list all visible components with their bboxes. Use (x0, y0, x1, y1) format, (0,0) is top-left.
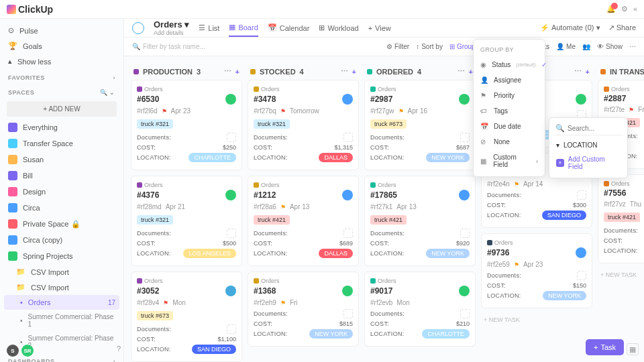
col-more-icon[interactable]: ⋯ (341, 67, 348, 76)
task-card[interactable]: Orders #9736 #rf2e59⚑Apr 23 Documents: C… (481, 233, 592, 308)
doc-icon[interactable] (460, 309, 470, 318)
doc-icon[interactable] (343, 309, 353, 318)
settings-icon[interactable]: ⚙ (621, 5, 628, 13)
plus-icon: + (556, 159, 564, 167)
task-card[interactable]: Orders #1368 #rf2eh9⚑Fri Documents: COST… (248, 272, 359, 347)
assignee-icon[interactable]: 👥 (582, 43, 590, 50)
sidebar-child[interactable]: •Summer Commercial: Phase 1 (0, 310, 123, 331)
search-icon: 🔍 (555, 124, 565, 133)
sidebar-space[interactable]: Transfer Space (0, 135, 123, 152)
groupby-option[interactable]: ⚑Priority (474, 88, 545, 103)
tab-workload[interactable]: ⊞ Workload (319, 19, 358, 37)
me-button[interactable]: 👤 Me (556, 43, 576, 50)
task-card[interactable]: Orders #3052 #rf28v4⚑Mon truck #673 Docu… (131, 272, 242, 362)
task-card[interactable]: Orders #9017 #rf2evbMon Documents: COST:… (364, 272, 476, 347)
sort-button[interactable]: ↕ Sort by (416, 43, 443, 50)
groupby-popup: GROUP BY ◉Status(default)✓👤Assignee⚑Prio… (473, 39, 545, 177)
col-more-icon[interactable]: ⋯ (574, 67, 582, 76)
col-add-icon[interactable]: + (586, 68, 590, 76)
tab-board[interactable]: ▦ Board (229, 19, 258, 37)
dropdown-icon: ▾ (556, 141, 559, 149)
doc-icon[interactable] (460, 133, 470, 142)
chevron-icon[interactable]: › (113, 358, 116, 362)
filter-button[interactable]: ⚙ Filter (386, 43, 409, 50)
help-icon[interactable]: ? (117, 345, 121, 357)
board-column: ORDERED4⋯+ Orders #2987 #rf27gw⚑Apr 16 t… (364, 63, 476, 355)
sidebar: ⊙Pulse 🏆Goals ▴Show less FAVORITES› SPAC… (0, 19, 124, 362)
more-icon[interactable]: ⋯ (629, 43, 636, 50)
doc-icon[interactable] (227, 229, 236, 238)
doc-icon[interactable] (343, 229, 353, 238)
board-column: PRODUCTION3⋯+ Orders #6530 #rf2l6d⚑Apr 2… (131, 63, 242, 355)
chevron-icon[interactable]: › (113, 74, 116, 81)
sidebar-spring[interactable]: Spring Projects (0, 248, 123, 264)
tab-calendar[interactable]: 📅 Calendar (268, 19, 310, 37)
notifications-icon[interactable]: 🔔 (606, 5, 616, 13)
groupby-option[interactable]: 👤Assignee (474, 72, 545, 88)
new-task-link[interactable]: + NEW TASK (598, 269, 644, 281)
show-button[interactable]: 👁 Show (597, 43, 623, 50)
col-add-icon[interactable]: + (352, 68, 356, 76)
sidebar-space[interactable]: Everything (0, 119, 123, 135)
doc-icon[interactable] (227, 133, 236, 142)
tab-list[interactable]: ☰ List (199, 19, 219, 37)
list-title[interactable]: Orders ▾Add details (154, 19, 189, 36)
board-column: IN TRANSIT2⋯+ Orders #2887 #rf27te⚑Fri t… (598, 63, 644, 355)
groupby-title: GROUP BY (474, 44, 545, 57)
sidebar-space[interactable]: Susan (0, 152, 123, 168)
list-color-icon[interactable] (132, 22, 144, 34)
task-card[interactable]: Orders #4376 #rf28mdApr 21 truck #321 Do… (131, 176, 242, 266)
new-task-link[interactable]: + NEW TASK (481, 314, 592, 326)
doc-icon[interactable] (577, 190, 586, 200)
col-more-icon[interactable]: ⋯ (224, 67, 231, 76)
grid-toggle[interactable]: ▦ (627, 343, 639, 355)
task-card[interactable]: Orders #2987 #rf27gw⚑Apr 16 truck #673 D… (364, 80, 476, 170)
share-button[interactable]: ↗ Share (608, 23, 636, 32)
sidebar-space[interactable]: Private Space 🔒 (0, 216, 123, 232)
groupby-option[interactable]: ⊘None (474, 134, 545, 149)
task-card[interactable]: Orders #3478 #rf27bq⚑Tomorrow truck #321… (248, 80, 359, 170)
user-avatar[interactable]: SR (21, 345, 34, 357)
add-new-space[interactable]: + ADD NEW (7, 101, 117, 117)
sidebar-space[interactable]: Circa (copy) (0, 232, 123, 248)
sidebar-space[interactable]: Bill (0, 168, 123, 184)
cf-add[interactable]: +Add Custom Field (553, 152, 623, 174)
task-card[interactable]: Orders #17865 #rf27k1Apr 13 truck #421 D… (364, 176, 476, 266)
search-input[interactable]: 🔍 Filter by task name... (132, 43, 378, 50)
sidebar-pulse[interactable]: ⊙Pulse (0, 23, 123, 38)
cf-search-input[interactable] (568, 125, 621, 132)
board-column: STOCKED4⋯+ Orders #3478 #rf27bq⚑Tomorrow… (248, 63, 359, 355)
groupby-option[interactable]: ▦Custom Field› (474, 149, 545, 172)
sidebar-orders[interactable]: •Orders17 (4, 295, 119, 310)
groupby-option[interactable]: 🏷Tags (474, 103, 545, 119)
automate-button[interactable]: ⚡ Automate (0) ▾ (540, 23, 600, 32)
col-more-icon[interactable]: ⋯ (458, 67, 465, 76)
col-add-icon[interactable]: + (235, 68, 239, 76)
tab-view[interactable]: + View (368, 19, 391, 37)
sidebar-space[interactable]: Design (0, 184, 123, 200)
search-icon[interactable]: 🔍 ⌄ (100, 89, 115, 96)
doc-icon[interactable] (343, 133, 353, 142)
user-avatar[interactable]: S (7, 345, 19, 357)
doc-icon[interactable] (460, 229, 470, 238)
sidebar-folder[interactable]: 📁CSV Import (0, 280, 123, 295)
sidebar-goals[interactable]: 🏆Goals (0, 38, 123, 54)
app-logo[interactable]: ClickUp (7, 4, 53, 15)
collapse-icon[interactable]: « (633, 5, 637, 13)
groupby-option[interactable]: ◉Status(default)✓ (474, 57, 545, 72)
doc-icon[interactable] (227, 324, 236, 334)
sidebar-showless[interactable]: ▴Show less (0, 54, 123, 69)
new-task-button[interactable]: + Task (586, 339, 624, 355)
task-card[interactable]: Orders #6530 #rf2l6d⚑Apr 23 truck #321 D… (131, 80, 242, 170)
groupby-option[interactable]: 📅Due date (474, 119, 545, 134)
task-card[interactable]: Orders #1212 #rf28a6⚑Apr 13 truck #421 D… (248, 176, 359, 266)
customfield-popup: 🔍 ▾LOCATION +Add Custom Field (549, 117, 628, 178)
cf-location[interactable]: ▾LOCATION (553, 138, 623, 152)
task-card[interactable]: Orders #7556 #rf27vzThu truck #421 Docum… (598, 174, 644, 263)
doc-icon[interactable] (577, 271, 586, 280)
sidebar-folder[interactable]: 📁CSV Import (0, 264, 123, 280)
sidebar-space[interactable]: Circa (0, 200, 123, 216)
